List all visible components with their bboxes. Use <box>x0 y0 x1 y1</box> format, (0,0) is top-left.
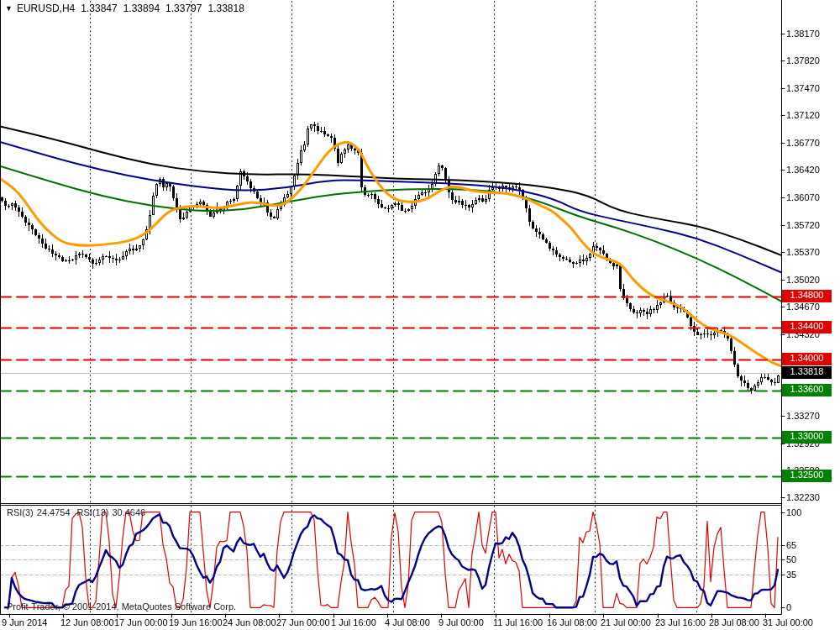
ohlc-info-bar: ▼EURUSD,H41.338471.338941.337971.33818 <box>5 3 244 14</box>
price-tick-label: 1.33270 <box>786 411 820 421</box>
high-value: 1.33894 <box>123 3 160 14</box>
symbol-dropdown-icon[interactable]: ▼ <box>5 4 13 13</box>
price-tick-label: 1.34670 <box>786 302 820 312</box>
rsi-slow-name: RSI(13) <box>77 507 109 517</box>
rsi-slow-value: 30.4646 <box>112 507 145 517</box>
low-value: 1.33797 <box>165 3 202 14</box>
time-tick-label: 21 Jul 00:00 <box>601 617 651 627</box>
time-tick-label: 1 Jul 16:00 <box>331 617 376 627</box>
rsi-tick-label: 100 <box>786 507 801 517</box>
price-level-badge-resistance: 1.34400 <box>782 321 832 333</box>
price-tick-label: 1.32230 <box>786 492 820 502</box>
rsi-panel-region[interactable] <box>0 506 781 614</box>
price-tick-label: 1.38170 <box>786 29 820 39</box>
time-tick-label: 9 Jul 00:00 <box>438 617 484 627</box>
rsi-fast-value: 24.4754 <box>37 507 71 517</box>
price-tick-label: 1.37820 <box>786 55 820 66</box>
price-tick-label: 1.36070 <box>786 192 820 202</box>
price-tick-label: 1.36770 <box>786 138 820 148</box>
time-tick-label: 11 Jul 16:00 <box>493 617 543 627</box>
time-tick-label: 12 Jun 08:00 <box>60 617 114 627</box>
rsi-indicator-header: RSI(3)24.4754RSI(13)30.4646 <box>7 507 152 517</box>
close-value: 1.33818 <box>207 3 244 14</box>
price-tick-label: 1.35370 <box>786 247 820 257</box>
price-tick-label: 1.37120 <box>786 110 820 120</box>
time-tick-label: 24 Jun 08:00 <box>223 617 276 627</box>
time-tick-label: 27 Jun 00:00 <box>276 617 330 627</box>
rsi-tick-label: 50 <box>786 554 796 564</box>
time-tick-label: 23 Jul 16:00 <box>655 617 706 627</box>
price-level-badge-current-price: 1.33818 <box>782 366 832 379</box>
copyright-label: Profit-Trader, © 2001-2014, MetaQuotes S… <box>7 601 236 612</box>
price-tick-label: 1.36420 <box>786 165 820 175</box>
rsi-tick-label: 65 <box>786 540 796 550</box>
time-tick-label: 31 Jul 00:00 <box>763 617 813 627</box>
chart-window: ▼EURUSD,H41.338471.338941.337971.33818 R… <box>0 0 840 630</box>
time-tick-label: 17 Jun 00:00 <box>114 617 168 627</box>
price-tick-label: 1.37470 <box>786 83 820 93</box>
price-level-badge-resistance: 1.34800 <box>782 290 832 302</box>
rsi-tick-label: 0 <box>786 602 791 612</box>
time-tick-label: 4 Jul 08:00 <box>385 617 430 627</box>
main-chart-region[interactable] <box>0 0 781 503</box>
price-level-badge-support: 1.33000 <box>782 431 832 444</box>
time-tick-label: 16 Jul 08:00 <box>547 617 597 627</box>
price-level-badge-support: 1.33600 <box>782 384 832 396</box>
rsi-tick-label: 35 <box>786 570 796 580</box>
price-tick-label: 1.35020 <box>786 275 820 285</box>
time-tick-label: 19 Jun 16:00 <box>169 617 223 627</box>
price-tick-label: 1.35720 <box>786 220 820 230</box>
time-tick-label: 9 Jun 2014 <box>2 617 47 627</box>
price-level-badge-resistance: 1.34000 <box>782 353 832 365</box>
rsi-fast-name: RSI(3) <box>7 507 34 517</box>
open-value: 1.33847 <box>81 3 117 14</box>
price-level-badge-support: 1.32500 <box>782 470 832 482</box>
time-tick-label: 28 Jul 08:00 <box>709 617 759 627</box>
symbol-period-label: EURUSD,H4 <box>17 3 75 14</box>
